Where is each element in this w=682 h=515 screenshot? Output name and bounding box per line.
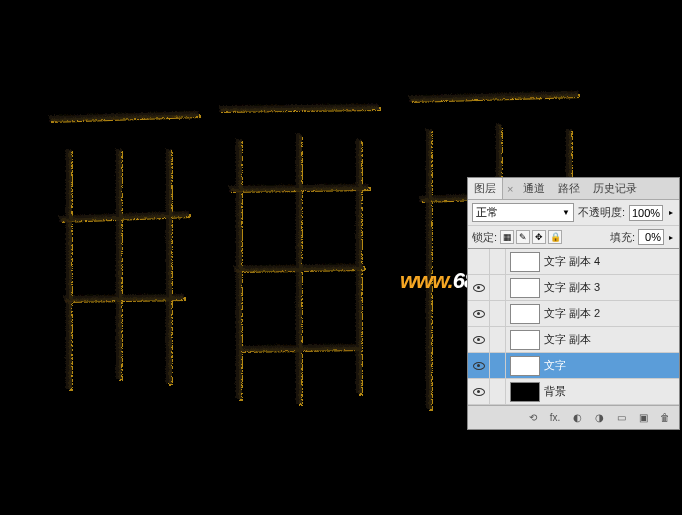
tab-channels[interactable]: 通道: [517, 178, 552, 199]
layer-link-cell: [490, 301, 506, 327]
eye-icon: [473, 362, 485, 370]
layer-visibility-toggle[interactable]: [468, 379, 490, 405]
eye-icon: [473, 284, 485, 292]
layer-name-label: 背景: [544, 384, 566, 399]
layer-thumbnail: [510, 304, 540, 324]
layer-visibility-toggle[interactable]: [468, 301, 490, 327]
layer-row[interactable]: 文字 副本 4: [468, 249, 679, 275]
layer-link-cell: [490, 353, 506, 379]
fill-chevron-icon[interactable]: ▸: [667, 233, 675, 242]
layer-name-label: 文字 副本: [544, 332, 591, 347]
lock-fill-row: 锁定: ▦ ✎ ✥ 🔒 填充: 0% ▸: [468, 226, 679, 249]
opacity-label: 不透明度:: [578, 205, 625, 220]
watermark-prefix: www.: [400, 268, 453, 293]
lock-all-icon[interactable]: 🔒: [548, 230, 562, 244]
layer-visibility-toggle[interactable]: [468, 353, 490, 379]
layer-name-label: 文字 副本 3: [544, 280, 600, 295]
eye-icon: [473, 388, 485, 396]
lock-transparent-icon[interactable]: ▦: [500, 230, 514, 244]
layers-list: 文字 副本 4文字 副本 3文字 副本 2文字 副本文字背景: [468, 249, 679, 405]
eye-icon: [473, 336, 485, 344]
layer-thumbnail: [510, 330, 540, 350]
layer-row[interactable]: 文字 副本 3: [468, 275, 679, 301]
eye-icon: [473, 310, 485, 318]
tab-layers[interactable]: 图层: [468, 178, 503, 199]
layer-link-cell: [490, 379, 506, 405]
fill-input[interactable]: 0%: [638, 229, 664, 245]
trash-icon[interactable]: 🗑: [657, 411, 673, 425]
layer-row[interactable]: 背景: [468, 379, 679, 405]
opacity-input[interactable]: 100%: [629, 205, 663, 221]
layer-visibility-toggle[interactable]: [468, 327, 490, 353]
chevron-down-icon: ▼: [562, 208, 570, 217]
layer-thumbnail: [510, 252, 540, 272]
layer-link-cell: [490, 249, 506, 275]
adjustment-icon[interactable]: ◑: [591, 411, 607, 425]
folder-icon[interactable]: ▭: [613, 411, 629, 425]
tab-history[interactable]: 历史记录: [587, 178, 644, 199]
opacity-chevron-icon[interactable]: ▸: [667, 208, 675, 217]
new-layer-icon[interactable]: ▣: [635, 411, 651, 425]
layer-row[interactable]: 文字 副本: [468, 327, 679, 353]
blend-mode-select[interactable]: 正常 ▼: [472, 203, 574, 222]
layer-link-cell: [490, 275, 506, 301]
layer-thumbnail: [510, 278, 540, 298]
tab-close-icon[interactable]: ×: [503, 183, 517, 195]
fill-label: 填充:: [610, 230, 635, 245]
layer-thumbnail: [510, 382, 540, 402]
fx-icon[interactable]: fx.: [547, 411, 563, 425]
mask-icon[interactable]: ◐: [569, 411, 585, 425]
lock-brush-icon[interactable]: ✎: [516, 230, 530, 244]
layer-row[interactable]: 文字 副本 2: [468, 301, 679, 327]
lock-label: 锁定:: [472, 230, 497, 245]
link-layers-icon[interactable]: ⟲: [525, 411, 541, 425]
lock-move-icon[interactable]: ✥: [532, 230, 546, 244]
panel-footer: ⟲ fx. ◐ ◑ ▭ ▣ 🗑: [468, 405, 679, 429]
blend-opacity-row: 正常 ▼ 不透明度: 100% ▸: [468, 200, 679, 226]
layer-name-label: 文字 副本 4: [544, 254, 600, 269]
layer-name-label: 文字: [544, 358, 566, 373]
layer-link-cell: [490, 327, 506, 353]
layer-visibility-toggle[interactable]: [468, 249, 490, 275]
layer-visibility-toggle[interactable]: [468, 275, 490, 301]
layer-row[interactable]: 文字: [468, 353, 679, 379]
panel-tabs: 图层 × 通道 路径 历史记录: [468, 178, 679, 200]
layer-name-label: 文字 副本 2: [544, 306, 600, 321]
layer-thumbnail: [510, 356, 540, 376]
layers-panel: 图层 × 通道 路径 历史记录 正常 ▼ 不透明度: 100% ▸ 锁定: ▦ …: [467, 177, 680, 430]
blend-mode-value: 正常: [476, 205, 498, 220]
tab-paths[interactable]: 路径: [552, 178, 587, 199]
